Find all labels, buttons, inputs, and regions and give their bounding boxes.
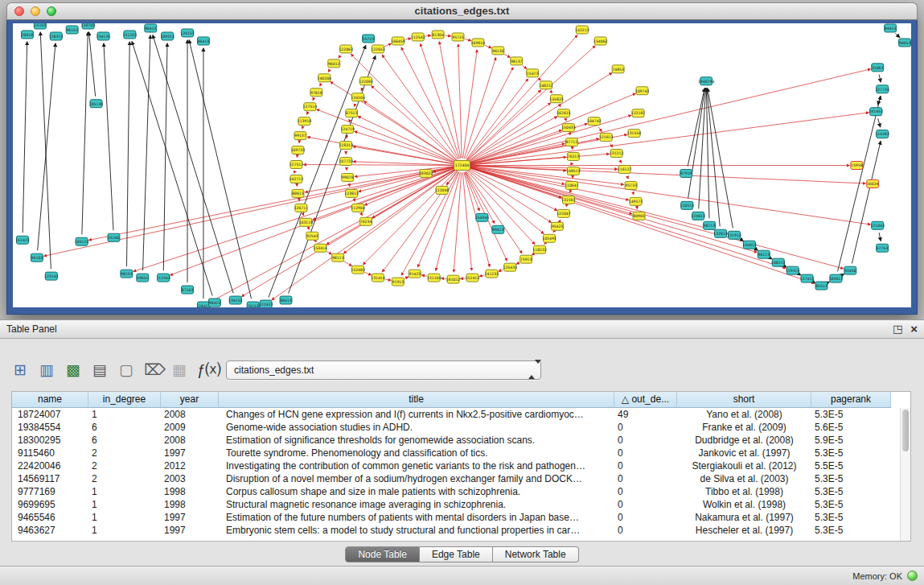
graph-edge[interactable] [421, 43, 460, 159]
graph-node[interactable]: 148513 [566, 167, 581, 175]
graph-node[interactable]: 123143 [44, 272, 59, 280]
graph-node[interactable]: 91423 [409, 270, 421, 278]
table-row[interactable]: 969969511998Structural magnetic resonanc… [12, 498, 900, 511]
graph-edge[interactable] [458, 44, 462, 159]
graph-edge[interactable] [104, 43, 113, 230]
graph-edge[interactable] [755, 249, 758, 250]
graph-edge[interactable] [479, 275, 484, 276]
graph-node[interactable]: 15103 [34, 23, 46, 29]
graph-node[interactable]: 88613 [292, 189, 304, 197]
graph-edge[interactable] [38, 43, 55, 250]
graph-node[interactable]: 134153 [228, 296, 243, 304]
graph-node[interactable]: 151423 [15, 236, 30, 244]
table-disabled-icon[interactable]: ▦ [170, 360, 188, 380]
graph-node[interactable]: 127413 [800, 274, 815, 282]
graph-edge[interactable] [405, 277, 409, 278]
graph-node[interactable]: 97818 [310, 89, 322, 97]
graph-node[interactable]: 59051 [137, 274, 149, 282]
graph-node[interactable]: 121613 [599, 134, 614, 142]
graph-node[interactable]: 20618 [21, 31, 33, 39]
graph-edge[interactable] [132, 42, 212, 296]
graph-edge[interactable] [354, 104, 355, 106]
column-header-year[interactable]: year [161, 392, 219, 408]
graph-edge[interactable] [303, 165, 454, 166]
graph-node[interactable]: 124153 [180, 29, 195, 37]
table-row[interactable]: 1456911722003Disruption of a novel membe… [12, 472, 900, 485]
graph-edge[interactable] [814, 282, 815, 282]
graph-node[interactable]: 134013 [742, 241, 757, 249]
graph-node[interactable]: 162615 [556, 109, 571, 117]
graph-edge[interactable] [469, 69, 870, 164]
graph-node[interactable]: 122063 [339, 45, 353, 53]
graph-node[interactable]: 112543 [411, 33, 425, 41]
tab-network-table[interactable]: Network Table [493, 546, 579, 562]
graph-node[interactable]: 87712 [565, 138, 577, 146]
graph-edge[interactable] [465, 39, 471, 40]
graph-node[interactable]: 166459 [391, 37, 405, 45]
graph-node[interactable]: 149573 [629, 197, 643, 205]
graph-node[interactable]: 141233 [485, 270, 499, 278]
graph-node[interactable]: 122047 [556, 209, 571, 217]
graph-node[interactable]: 121913 [727, 231, 741, 239]
graph-node[interactable]: 86413 [197, 37, 209, 45]
graph-edge[interactable] [385, 279, 391, 280]
graph-node[interactable]: 15473 [527, 69, 539, 77]
graph-node[interactable]: 87513 [346, 109, 358, 117]
graph-node[interactable]: 105493 [542, 234, 556, 242]
graph-edge[interactable] [441, 278, 446, 279]
graph-node[interactable]: 150433 [561, 124, 576, 132]
graph-node[interactable]: 169610 [471, 39, 486, 47]
graph-node[interactable]: 95723 [452, 33, 464, 41]
graph-node[interactable]: 25260 [108, 233, 120, 241]
graph-edge[interactable] [425, 35, 431, 36]
graph-edge[interactable] [269, 45, 366, 297]
graph-edge[interactable] [405, 39, 411, 39]
graph-edge[interactable] [344, 262, 352, 266]
column-header-short[interactable]: short [677, 392, 811, 408]
graph-edge[interactable] [516, 262, 519, 264]
graph-edge[interactable] [799, 274, 800, 274]
graph-node[interactable]: 132813 [713, 229, 728, 237]
tab-node-table[interactable]: Node Table [345, 546, 420, 562]
graph-node[interactable]: 76153 [247, 302, 259, 307]
graph-edge[interactable] [633, 192, 634, 195]
graph-node[interactable]: 81304 [432, 31, 444, 39]
graph-node[interactable]: 126711 [294, 204, 309, 212]
graph-edge[interactable] [364, 101, 456, 162]
scrollbar-thumb[interactable] [902, 410, 909, 451]
graph-node[interactable]: 109743 [635, 87, 650, 95]
graph-node[interactable]: 131554 [627, 130, 642, 138]
column-header-title[interactable]: title [219, 392, 614, 408]
graph-node[interactable]: 105123 [75, 237, 89, 245]
graph-node[interactable]: 108213 [771, 258, 786, 266]
graph-node[interactable]: 140204 [318, 74, 332, 82]
graph-node[interactable]: 84413 [885, 24, 897, 32]
table-vertical-scrollbar[interactable] [900, 408, 910, 541]
graph-edge[interactable] [464, 57, 495, 158]
graph-edge[interactable] [23, 42, 27, 233]
graph-edge[interactable] [326, 252, 331, 254]
delete-column-icon[interactable]: ⌦ [144, 360, 162, 380]
graph-node[interactable]: 121423 [259, 300, 273, 307]
graph-node[interactable]: 161012 [446, 275, 461, 283]
graph-node[interactable]: 55723 [363, 35, 375, 43]
graph-node[interactable]: 96413 [145, 24, 157, 32]
graph-node[interactable]: 124719 [340, 126, 355, 134]
graph-node[interactable]: 112904 [351, 204, 365, 212]
graph-edge[interactable] [879, 75, 881, 82]
graph-node[interactable]: 109313 [160, 32, 175, 40]
graph-node[interactable]: 148212 [539, 81, 553, 89]
graph-edge[interactable] [550, 91, 552, 93]
graph-edge[interactable] [355, 131, 455, 163]
graph-edge[interactable] [353, 162, 454, 165]
graph-node[interactable]: 127514 [303, 103, 318, 111]
graph-node[interactable]: 74853 [612, 65, 624, 73]
close-panel-icon[interactable]: × [910, 320, 918, 338]
graph-node[interactable]: 16024 [867, 179, 879, 187]
graph-edge[interactable] [372, 86, 457, 161]
graph-edge[interactable] [339, 55, 341, 58]
graph-node[interactable]: 128313 [49, 32, 64, 40]
graph-edge[interactable] [153, 35, 233, 294]
graph-node[interactable]: 92450 [844, 266, 856, 274]
graph-edge[interactable] [422, 275, 427, 276]
